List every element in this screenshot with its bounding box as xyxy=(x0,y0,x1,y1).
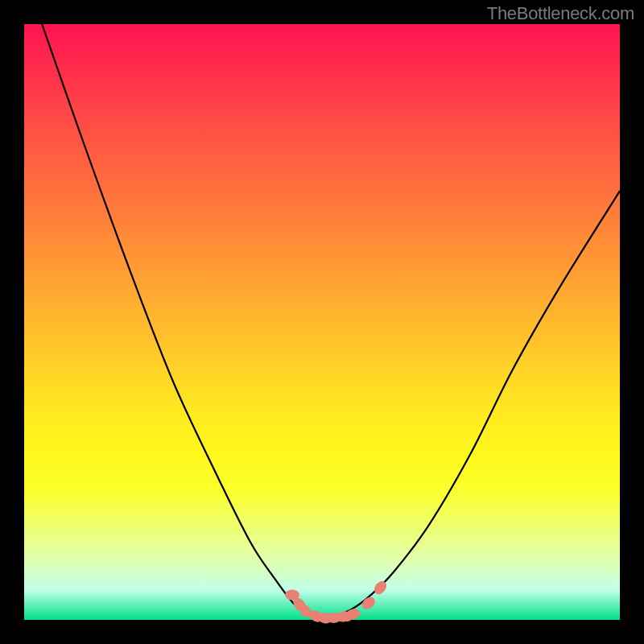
chart-frame: TheBottleneck.com xyxy=(0,0,644,644)
curves-group xyxy=(42,24,620,619)
left-curve xyxy=(42,24,322,619)
right-curve xyxy=(322,191,620,618)
curve-svg xyxy=(24,24,620,620)
plot-area xyxy=(24,24,620,620)
watermark-text: TheBottleneck.com xyxy=(487,3,634,24)
beads-group xyxy=(285,579,389,625)
